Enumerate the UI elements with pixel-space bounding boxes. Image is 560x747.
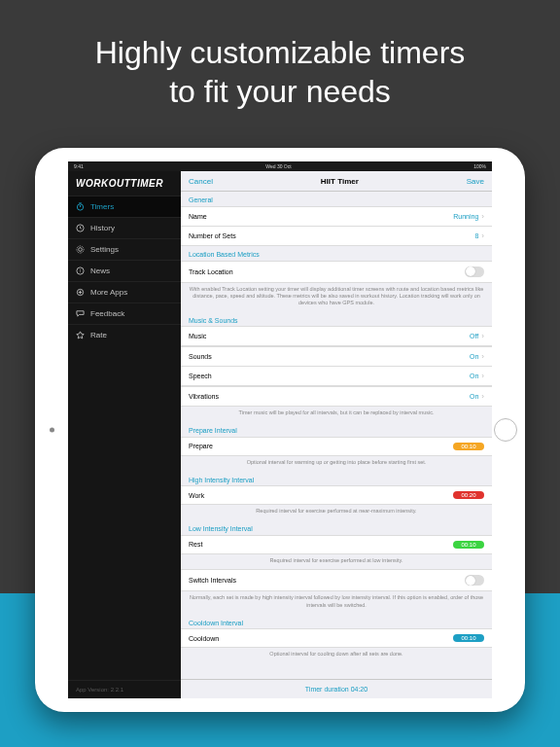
timer-duration-footer: Timer duration 04:20: [181, 679, 492, 698]
app-brand: WORKOUTTIMER: [68, 171, 181, 196]
sidebar-item-label: News: [90, 267, 110, 275]
row-prepare[interactable]: Prepare00:10: [181, 437, 492, 456]
sidebar-item-label: Rate: [90, 331, 107, 339]
row-work[interactable]: Work00:20: [181, 485, 492, 505]
svg-rect-1: [79, 202, 82, 203]
pill-rest: 00:10: [453, 541, 484, 549]
pill-prepare: 00:10: [453, 443, 484, 450]
section-header-location: Location Based Metrics: [181, 246, 492, 261]
camera-dot: [50, 428, 54, 433]
svg-text:i: i: [80, 268, 81, 273]
sidebar-item-label: More Apps: [90, 288, 127, 297]
sidebar-item-label: History: [90, 224, 115, 232]
page-title: HIIT Timer: [321, 177, 359, 186]
sidebar-item-rate[interactable]: Rate: [68, 324, 181, 345]
hint-prepare: Optional interval for warming up or gett…: [181, 456, 492, 472]
app-version: App Version: 2.2.1: [68, 680, 181, 698]
section-header-low: Low Intensity Interval: [181, 520, 492, 535]
sidebar-item-history[interactable]: History: [68, 217, 181, 238]
feedback-icon: [76, 309, 85, 318]
sidebar-item-more-apps[interactable]: More Apps: [68, 281, 181, 302]
hint-switch: Normally, each set is made by high inten…: [181, 591, 492, 614]
row-music[interactable]: MusicOff›: [181, 326, 492, 346]
pill-work: 00:20: [453, 491, 484, 499]
gear-icon: [76, 245, 85, 254]
chevron-right-icon: ›: [481, 212, 484, 221]
settings-pane: Cancel HIIT Timer Save General Name Runn…: [181, 171, 492, 698]
svg-point-3: [79, 248, 83, 252]
row-switch-intervals[interactable]: Switch Intervals: [181, 569, 492, 591]
row-speech[interactable]: SpeechOn›: [181, 366, 492, 386]
row-number-of-sets[interactable]: Number of Sets 8›: [181, 226, 492, 246]
sidebar-item-label: Timers: [90, 202, 114, 211]
tablet-frame: 9:41 Wed 30 Oct 100% WORKOUTTIMER Timers: [35, 148, 525, 712]
row-sounds[interactable]: SoundsOn›: [181, 346, 492, 367]
sidebar-item-news[interactable]: i News: [68, 260, 181, 281]
cancel-button[interactable]: Cancel: [189, 177, 213, 186]
hint-cooldown: Optional interval for cooling down after…: [181, 648, 492, 663]
chevron-right-icon: ›: [481, 231, 484, 240]
news-icon: i: [76, 267, 85, 275]
row-name[interactable]: Name Running›: [181, 206, 492, 227]
row-vibrations[interactable]: VibrationsOn›: [181, 386, 492, 407]
section-header-high: High Intensity Interval: [181, 472, 492, 486]
row-track-location[interactable]: Track Location: [181, 261, 492, 283]
toggle-track-location[interactable]: [465, 267, 484, 277]
svg-point-0: [77, 204, 83, 210]
toggle-switch-intervals[interactable]: [465, 575, 484, 586]
sidebar-item-timers[interactable]: Timers: [68, 196, 181, 217]
sidebar-item-label: Feedback: [90, 309, 124, 318]
hint-track-location: With enabled Track Location setting your…: [181, 283, 492, 312]
sidebar-item-label: Settings: [90, 245, 119, 254]
timer-icon: [76, 202, 85, 211]
star-icon: [76, 331, 85, 339]
marketing-headline: Highly customizable timers to fit your n…: [0, 33, 560, 111]
section-header-general: General: [181, 192, 492, 206]
sidebar-item-feedback[interactable]: Feedback: [68, 302, 181, 324]
history-icon: [76, 224, 85, 232]
sidebar-item-settings[interactable]: Settings: [68, 238, 181, 260]
section-header-prepare: Prepare Interval: [181, 422, 492, 437]
status-bar: 9:41 Wed 30 Oct 100%: [68, 161, 492, 171]
hint-music: Timer music will be played for all inter…: [181, 407, 492, 422]
home-button[interactable]: [494, 418, 517, 442]
hint-low: Required interval for exercise performed…: [181, 554, 492, 570]
apps-icon: [76, 288, 85, 297]
section-header-music: Music & Sounds: [181, 312, 492, 327]
pill-cooldown: 00:10: [453, 634, 484, 642]
row-rest[interactable]: Rest00:10: [181, 535, 492, 554]
row-cooldown[interactable]: Cooldown00:10: [181, 628, 492, 648]
hint-high: Required interval for exercise performed…: [181, 505, 492, 520]
save-button[interactable]: Save: [467, 177, 484, 186]
sidebar: WORKOUTTIMER Timers History Settings: [68, 171, 181, 698]
svg-point-4: [77, 246, 84, 253]
section-header-cooldown: Cooldown Interval: [181, 615, 492, 629]
